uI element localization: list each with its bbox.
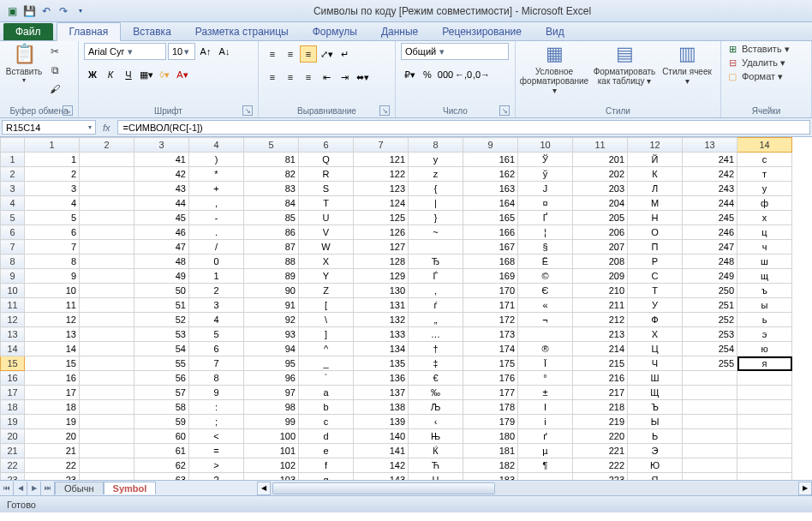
row-header[interactable]: 1 [1, 153, 25, 167]
tab-home[interactable]: Главная [57, 22, 122, 41]
cell[interactable]: 44 [134, 196, 189, 211]
cell[interactable]: 9 [25, 269, 80, 284]
cell[interactable]: U [299, 211, 354, 225]
cell[interactable]: 244 [683, 196, 737, 211]
cell[interactable]: 170 [463, 284, 518, 298]
cell[interactable] [737, 400, 792, 415]
align-bottom-icon[interactable]: ≡ [300, 45, 317, 63]
cell[interactable]: ‹ [409, 415, 463, 429]
cell[interactable]: Э [628, 444, 683, 458]
cell[interactable]: e [299, 444, 354, 458]
sheet-prev-icon[interactable]: ◀ [14, 482, 27, 495]
cell[interactable]: z [409, 167, 463, 182]
column-header[interactable]: 1 [25, 138, 80, 153]
cell[interactable]: 5 [25, 211, 80, 225]
cell[interactable] [683, 386, 737, 400]
cell[interactable] [80, 342, 134, 356]
cell[interactable]: Z [299, 284, 354, 298]
cell[interactable]: х [737, 211, 792, 225]
delete-cells-button[interactable]: ⊟Удалить ▾ [726, 57, 790, 69]
cell[interactable]: Q [299, 153, 354, 167]
cell[interactable]: П [628, 240, 683, 255]
decrease-indent-icon[interactable]: ⇤ [318, 69, 335, 86]
format-as-table-button[interactable]: ▤Форматировать как таблицу ▾ [591, 43, 658, 86]
column-header[interactable]: 9 [463, 138, 518, 153]
cell[interactable]: R [299, 167, 354, 182]
cell[interactable]: ¬ [518, 313, 573, 327]
cell[interactable]: 86 [244, 225, 299, 240]
cell[interactable]: Ц [628, 342, 683, 356]
cell[interactable] [683, 400, 737, 415]
cell[interactable]: 162 [463, 167, 518, 182]
row-header[interactable]: 16 [1, 371, 25, 386]
cell[interactable]: 81 [244, 153, 299, 167]
cut-icon[interactable]: ✂ [46, 43, 63, 60]
cell[interactable]: § [518, 240, 573, 255]
cell[interactable]: і [518, 415, 573, 429]
cell[interactable]: = [189, 444, 244, 458]
cell[interactable]: 87 [244, 240, 299, 255]
cell[interactable]: ± [518, 386, 573, 400]
cell[interactable]: y [409, 153, 463, 167]
cell[interactable]: 142 [354, 458, 409, 473]
cell[interactable]: 180 [463, 429, 518, 444]
tab-insert[interactable]: Вставка [121, 23, 183, 40]
sheet-next-icon[interactable]: ▶ [27, 482, 41, 495]
cell[interactable]: Љ [409, 400, 463, 415]
cell[interactable]: 82 [244, 167, 299, 182]
cell[interactable]: 249 [683, 269, 737, 284]
cell[interactable]: Н [628, 211, 683, 225]
cell[interactable] [737, 371, 792, 386]
percent-icon[interactable]: % [419, 66, 436, 83]
sheet-first-icon[interactable]: ⏮ [0, 482, 14, 495]
cell[interactable]: с [737, 153, 792, 167]
cell[interactable]: 1 [25, 153, 80, 167]
cell[interactable]: 246 [683, 225, 737, 240]
cell[interactable]: 130 [354, 284, 409, 298]
row-header[interactable]: 8 [1, 255, 25, 269]
number-launcher[interactable]: ↘ [499, 105, 510, 116]
cell[interactable] [80, 211, 134, 225]
tab-data[interactable]: Данные [369, 23, 430, 40]
cell[interactable]: 241 [683, 153, 737, 167]
cell[interactable]: 125 [354, 211, 409, 225]
cell[interactable]: 243 [683, 182, 737, 196]
cell[interactable]: ; [189, 415, 244, 429]
clipboard-launcher[interactable]: ↘ [63, 105, 73, 116]
copy-icon[interactable]: ⧉ [46, 62, 63, 79]
cell[interactable]: Ы [628, 415, 683, 429]
cell[interactable] [80, 386, 134, 400]
cell[interactable]: 182 [463, 458, 518, 473]
cell[interactable]: c [299, 415, 354, 429]
align-top-icon[interactable]: ≡ [264, 45, 281, 63]
cell[interactable]: 22 [25, 458, 80, 473]
cell[interactable]: 13 [25, 327, 80, 342]
cell[interactable]: 129 [354, 269, 409, 284]
cell[interactable]: 10 [25, 284, 80, 298]
column-header[interactable]: 5 [244, 138, 299, 153]
cell[interactable]: 8 [25, 255, 80, 269]
fill-color-button[interactable]: ◊▾ [156, 66, 173, 83]
cell[interactable]: 42 [134, 167, 189, 182]
cell[interactable]: 247 [683, 240, 737, 255]
row-header[interactable]: 18 [1, 400, 25, 415]
cell[interactable] [683, 371, 737, 386]
cell[interactable]: 8 [189, 371, 244, 386]
cell[interactable]: Т [628, 284, 683, 298]
cell[interactable]: 169 [463, 269, 518, 284]
cell[interactable]: 84 [244, 196, 299, 211]
cell[interactable]: _ [299, 356, 354, 371]
cell[interactable]: , [189, 196, 244, 211]
row-header[interactable]: 15 [1, 356, 25, 371]
cell[interactable]: 1 [189, 269, 244, 284]
cell[interactable]: Ю [628, 458, 683, 473]
cell[interactable]: 221 [573, 444, 628, 458]
tab-page-layout[interactable]: Разметка страницы [183, 23, 301, 40]
cell[interactable]: 127 [354, 240, 409, 255]
cell[interactable]: Л [628, 182, 683, 196]
cell[interactable]: 164 [463, 196, 518, 211]
cell[interactable]: T [299, 196, 354, 211]
cell[interactable]: 55 [134, 356, 189, 371]
cell[interactable]: Ѓ [409, 269, 463, 284]
cell[interactable]: 88 [244, 255, 299, 269]
